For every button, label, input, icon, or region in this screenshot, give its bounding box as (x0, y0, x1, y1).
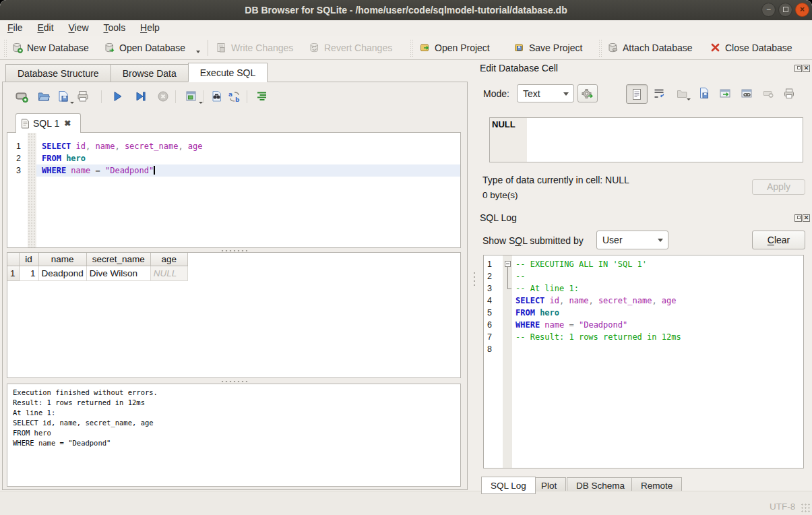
save-project-icon (513, 42, 525, 53)
tab-database-structure[interactable]: Database Structure (5, 64, 111, 82)
main-toolbar: New Database Open Database Write Changes… (0, 36, 812, 60)
column-header-id[interactable]: id (19, 253, 38, 266)
open-project-label: Open Project (435, 42, 490, 53)
clear-log-button[interactable]: Clear (752, 231, 805, 249)
cell-age[interactable]: NULL (150, 266, 187, 280)
open-database-button[interactable]: Open Database (104, 36, 185, 59)
toolbar-drag-handle[interactable] (598, 39, 602, 57)
cell-id[interactable]: 1 (19, 266, 38, 280)
results-output-splitter[interactable] (222, 380, 247, 383)
auto-switch-icon (582, 88, 594, 100)
sql-log-view[interactable]: 1 2 3 4 5 6 7 8 -- EXECUTING ALL IN 'SQL… (483, 255, 804, 468)
fold-collapse-icon[interactable] (505, 261, 511, 267)
dock-float-button[interactable] (794, 214, 802, 222)
fold-line (507, 289, 511, 289)
close-icon: ✕ (803, 214, 809, 222)
open-results-icon[interactable] (185, 90, 198, 103)
import-dropdown[interactable] (687, 98, 691, 100)
close-database-button[interactable]: Close Database (710, 36, 792, 59)
open-sql-tab-icon[interactable] (15, 90, 28, 103)
save-project-button[interactable]: Save Project (513, 36, 582, 59)
revert-changes-icon (309, 42, 320, 53)
column-header-age[interactable]: age (150, 253, 187, 266)
apply-button[interactable]: Apply (752, 179, 805, 195)
code-line: FROM hero (36, 152, 460, 164)
row-header[interactable]: 1 (7, 266, 19, 280)
open-in-external-icon[interactable] (719, 88, 731, 100)
sql-editor[interactable]: 1 2 3 SELECT id, name, secret_name, age … (7, 132, 461, 248)
close-icon: ✕ (803, 65, 809, 72)
toolbar-separator (208, 40, 208, 56)
close-button[interactable]: × (795, 3, 809, 17)
menu-view[interactable]: View (63, 20, 95, 36)
tab-sql-log[interactable]: SQL Log (481, 477, 536, 494)
edit-cell-dock-title: Edit Database Cell (480, 63, 558, 73)
submitted-by-value: User (602, 235, 623, 245)
minimize-button[interactable]: − (761, 3, 776, 17)
encoding-indicator: UTF-8 (770, 502, 795, 512)
resize-grip[interactable] (801, 503, 811, 513)
print-cell-icon[interactable] (783, 88, 795, 100)
tab-execute-sql[interactable]: Execute SQL (188, 63, 268, 82)
cell-secret-name[interactable]: Dive Wilson (86, 266, 150, 280)
print-icon[interactable] (76, 90, 90, 103)
cell-name[interactable]: Deadpond (38, 266, 86, 280)
line-number: 8 (487, 343, 501, 355)
chevron-down-icon (563, 92, 569, 96)
column-header-name[interactable]: name (38, 253, 86, 266)
app-window: DB Browser for SQLite - /home/user/code/… (0, 0, 812, 515)
word-wrap-icon[interactable] (653, 88, 665, 100)
revert-changes-button[interactable]: Revert Changes (309, 36, 392, 59)
open-sql-file-icon[interactable] (37, 90, 51, 103)
tab-browse-data[interactable]: Browse Data (111, 64, 189, 82)
attach-database-button[interactable]: Attach Database (607, 36, 693, 59)
menu-file[interactable]: File (1, 20, 29, 36)
menu-edit[interactable]: Edit (31, 20, 59, 36)
open-project-button[interactable]: Open Project (419, 36, 490, 59)
dock-close-button[interactable]: ✕ (803, 214, 810, 222)
document-icon (631, 88, 642, 100)
sql-tab[interactable]: SQL 1 ✖ (15, 113, 81, 133)
revert-changes-label: Revert Changes (324, 42, 392, 53)
mode-label: Mode: (483, 88, 509, 99)
code-line: SELECT id, name, secret_name, age (36, 140, 460, 152)
export-data-icon[interactable] (698, 87, 710, 99)
toolbar-drag-handle[interactable] (410, 39, 413, 57)
write-changes-button[interactable]: Write Changes (216, 36, 293, 59)
find-icon[interactable] (210, 90, 223, 103)
cell-value-editor[interactable]: NULL (489, 117, 803, 162)
mode-combobox[interactable]: Text (517, 84, 574, 102)
replace-icon[interactable]: ab (228, 90, 241, 103)
corner-header[interactable] (7, 253, 19, 266)
log-line: -- (512, 270, 803, 282)
column-header-secret-name[interactable]: secret_name (86, 253, 150, 266)
stop-icon[interactable] (156, 90, 170, 103)
text-mode-button[interactable] (626, 84, 648, 104)
set-link-icon[interactable] (741, 88, 753, 100)
sql-tab-close-icon[interactable]: ✖ (64, 119, 71, 128)
submitted-by-combobox[interactable]: User (596, 231, 668, 249)
execute-sql-icon[interactable] (111, 90, 124, 103)
menu-tools[interactable]: Tools (98, 20, 132, 36)
set-null-icon[interactable] (762, 88, 774, 100)
results-table: id name secret_name age 1 1 Deadpond Div… (7, 253, 188, 281)
save-sql-file-icon[interactable] (57, 90, 70, 103)
auto-switch-mode-button[interactable] (577, 84, 598, 102)
log-line-gutter: 1 2 3 4 5 6 7 8 (484, 255, 503, 468)
maximize-button[interactable] (778, 3, 792, 17)
execute-line-icon[interactable] (134, 90, 148, 103)
fold-line (507, 267, 508, 289)
format-sql-icon[interactable] (255, 90, 269, 103)
toolbar-separator (203, 90, 204, 103)
dock-float-button[interactable] (794, 65, 802, 72)
output-line: WHERE name = "Deadpond" (13, 438, 460, 448)
save-sql-dropdown[interactable] (70, 102, 74, 104)
new-database-button[interactable]: New Database (11, 36, 89, 59)
open-database-dropdown[interactable] (196, 51, 200, 53)
toolbar-drag-handle[interactable] (3, 39, 7, 57)
menu-help[interactable]: Help (134, 20, 166, 36)
main-splitter[interactable] (473, 271, 476, 287)
dock-close-button[interactable]: ✕ (803, 65, 810, 72)
menu-bar: File Edit View Tools Help (0, 20, 812, 36)
sql-log-dock-title: SQL Log (480, 212, 517, 223)
